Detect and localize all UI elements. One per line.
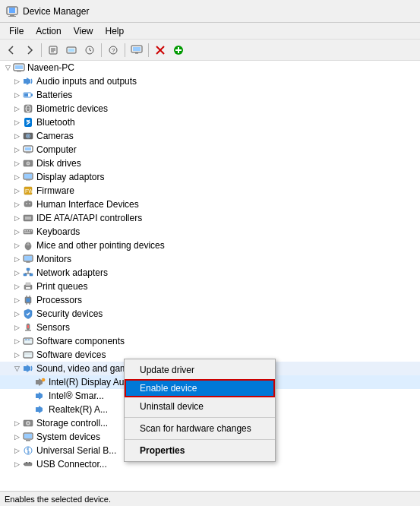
print-icon — [22, 280, 34, 293]
disk-label: Disk drives — [36, 158, 81, 169]
sw-components-expand[interactable]: ▷ — [12, 337, 21, 346]
svg-rect-96 — [36, 407, 39, 412]
ctx-scan-hardware[interactable]: Scan for hardware changes — [125, 419, 275, 438]
status-bar: Enables the selected device. — [0, 491, 420, 506]
toolbar-delete[interactable] — [152, 42, 169, 59]
tree-sw-components[interactable]: ▷ Software components — [0, 334, 420, 348]
keyboards-icon — [22, 226, 34, 238]
usb-connector-expand[interactable]: ▷ — [12, 460, 21, 469]
svg-rect-64 — [27, 261, 30, 263]
svg-rect-81 — [27, 325, 29, 328]
sound-icon — [22, 362, 34, 375]
toolbar-forward[interactable] — [21, 42, 38, 59]
tree-keyboards[interactable]: ▷ Keyboards — [0, 225, 420, 239]
toolbar-properties[interactable] — [45, 42, 62, 59]
tree-mice[interactable]: ▷ Mice and other pointing devices — [0, 239, 420, 252]
usb-connector-label: USB Connector... — [36, 459, 107, 470]
tree-firmware[interactable]: ▷ FW Firmware — [0, 184, 420, 198]
storage-expand[interactable]: ▷ — [12, 419, 21, 428]
toolbar-monitor[interactable] — [128, 42, 145, 59]
svg-rect-42 — [24, 174, 32, 179]
cameras-expand[interactable]: ▷ — [12, 131, 21, 141]
ctx-properties[interactable]: Properties — [125, 441, 275, 460]
menu-view[interactable]: View — [68, 24, 99, 38]
disk-expand[interactable]: ▷ — [12, 159, 21, 168]
ctx-enable-device[interactable]: Enable device — [125, 379, 275, 397]
mice-icon — [22, 239, 34, 251]
svg-rect-73 — [26, 287, 30, 289]
intel-display-icon: ! — [34, 376, 46, 388]
svg-rect-26 — [31, 94, 33, 96]
root-label: Naveen-PC — [27, 62, 74, 73]
tree-monitors[interactable]: ▷ Monitors — [0, 252, 420, 266]
tree-display[interactable]: ▷ Display adaptors — [0, 170, 420, 184]
menu-file[interactable]: File — [3, 24, 30, 38]
print-expand[interactable]: ▷ — [12, 282, 21, 291]
firmware-expand[interactable]: ▷ — [12, 186, 21, 195]
monitors-icon — [22, 253, 34, 265]
bluetooth-expand[interactable]: ▷ — [12, 118, 21, 127]
keyboards-expand[interactable]: ▷ — [12, 227, 21, 236]
svg-rect-54 — [27, 230, 28, 232]
toolbar-sep-2 — [101, 43, 102, 57]
tree-ide[interactable]: ▷ IDE ATA/ATAPI controllers — [0, 211, 420, 225]
root-expand[interactable]: ▽ — [3, 63, 12, 72]
audio-expand[interactable]: ▷ — [12, 77, 21, 86]
security-expand[interactable]: ▷ — [12, 309, 21, 318]
ide-expand[interactable]: ▷ — [12, 213, 21, 223]
tree-audio[interactable]: ▷ Audio inputs and outputs — [0, 74, 420, 88]
sound-expand[interactable]: ▽ — [12, 364, 21, 373]
tree-batteries[interactable]: ▷ Batteries — [0, 88, 420, 102]
sensors-icon — [22, 321, 34, 334]
tree-network[interactable]: ▷ Network adapters — [0, 266, 420, 280]
tree-biometric[interactable]: ▷ Biometric devices — [0, 102, 420, 115]
batteries-expand[interactable]: ▷ — [12, 90, 21, 100]
display-label: Display adaptors — [36, 172, 104, 182]
ctx-uninstall-device[interactable]: Uninstall device — [125, 397, 275, 416]
svg-rect-110 — [29, 462, 30, 463]
monitors-label: Monitors — [36, 254, 71, 264]
tree-security[interactable]: ▷ Security devices — [0, 307, 420, 321]
svg-rect-51 — [25, 217, 31, 220]
menu-action[interactable]: Action — [30, 24, 67, 38]
processors-expand[interactable]: ▷ — [12, 296, 21, 305]
tree-cameras[interactable]: ▷ Cameras — [0, 129, 420, 143]
monitors-expand[interactable]: ▷ — [12, 255, 21, 264]
tree-computer[interactable]: ▷ Computer — [0, 143, 420, 157]
ide-icon — [22, 212, 34, 224]
svg-rect-86 — [25, 340, 27, 340]
mice-expand[interactable]: ▷ — [12, 241, 21, 250]
toolbar-scan[interactable] — [81, 42, 98, 59]
tree-bluetooth[interactable]: ▷ Bluetooth — [0, 115, 420, 129]
tree-processors[interactable]: ▷ Processors — [0, 293, 420, 307]
sensors-expand[interactable]: ▷ — [12, 323, 21, 332]
system-expand[interactable]: ▷ — [12, 432, 21, 441]
usb-expand[interactable]: ▷ — [12, 446, 21, 455]
tree-disk[interactable]: ▷ Disk drives — [0, 157, 420, 170]
biometric-expand[interactable]: ▷ — [12, 104, 21, 113]
toolbar-back[interactable] — [3, 42, 20, 59]
sw-components-icon — [22, 335, 34, 347]
tree-print[interactable]: ▷ Print queues — [0, 280, 420, 293]
toolbar-sep-3 — [125, 43, 125, 57]
display-expand[interactable]: ▷ — [12, 172, 21, 182]
tree-root[interactable]: ▽ Naveen-PC — [0, 61, 420, 74]
tree-hid[interactable]: ▷ Human Interface Devices — [0, 198, 420, 211]
firmware-icon: FW — [22, 185, 34, 197]
ctx-update-driver[interactable]: Update driver — [125, 361, 275, 379]
hid-expand[interactable]: ▷ — [12, 200, 21, 209]
storage-icon — [22, 417, 34, 429]
network-expand[interactable]: ▷ — [12, 268, 21, 277]
menu-help[interactable]: Help — [99, 24, 131, 38]
processors-label: Processors — [36, 295, 82, 305]
biometric-icon — [22, 103, 34, 115]
computer-expand[interactable]: ▷ — [12, 145, 21, 154]
toolbar-update-driver[interactable] — [63, 42, 80, 59]
toolbar-add[interactable] — [170, 42, 187, 59]
sw-devices-expand[interactable]: ▷ — [12, 350, 21, 359]
audio-label: Audio inputs and outputs — [36, 76, 137, 87]
tree-sensors[interactable]: ▷ Sensors — [0, 321, 420, 334]
toolbar-help[interactable]: ? — [105, 42, 122, 59]
cameras-label: Cameras — [36, 131, 74, 141]
svg-rect-111 — [24, 463, 24, 465]
